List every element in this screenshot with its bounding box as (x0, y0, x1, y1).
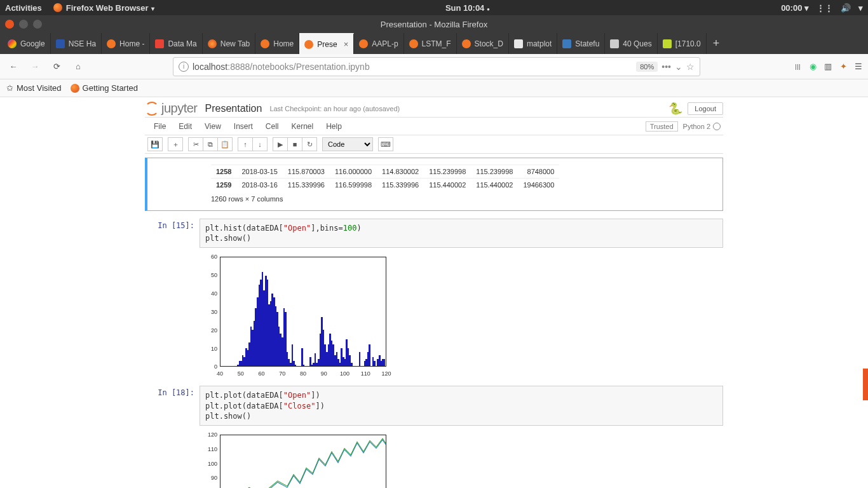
notebook-title[interactable]: Presentation (205, 103, 262, 114)
axis-tick-label: 110 (205, 446, 217, 452)
browser-tab[interactable]: AAPL-p (354, 33, 403, 54)
code-input[interactable]: plt.hist(dataEDA["Open"],bins=100) plt.s… (200, 219, 723, 248)
run-button[interactable]: ▶ (273, 137, 288, 151)
axis-tick-label: 0 (205, 363, 217, 370)
axis-tick-label: 20 (205, 327, 217, 334)
star-icon: ✩ (6, 83, 13, 93)
menu-view[interactable]: View (198, 122, 227, 131)
code-cell-15[interactable]: In [15]: plt.hist(dataEDA["Open"],bins=1… (145, 216, 723, 382)
tab-favicon-icon (56, 39, 65, 48)
table-cell: 116.599998 (330, 179, 377, 192)
tab-favicon-icon (261, 39, 269, 48)
tab-favicon-icon (562, 39, 571, 48)
tab-favicon-icon (409, 39, 418, 48)
home-button[interactable]: ⌂ (69, 57, 88, 76)
browser-tab[interactable]: Google (3, 33, 51, 54)
copy-button[interactable]: ⧉ (203, 137, 218, 151)
browser-tab[interactable]: Home (255, 33, 299, 54)
menu-help[interactable]: Help (320, 122, 348, 131)
volume-icon[interactable]: 🔊 (841, 3, 851, 13)
browser-tab[interactable]: 40 Ques (605, 33, 657, 54)
axis-tick-label: 60 (258, 370, 264, 377)
back-button[interactable]: ← (4, 57, 23, 76)
browser-tab[interactable]: Stock_D (457, 33, 509, 54)
window-minimize-button[interactable] (19, 20, 28, 29)
histogram-bar (303, 365, 305, 367)
browser-tab[interactable]: Prese× (299, 33, 354, 54)
restart-button[interactable]: ↻ (302, 137, 317, 151)
browser-tab[interactable]: Data Ma (150, 33, 202, 54)
code-cell-18[interactable]: In [18]: plt.plot(dataEDA["Open"]) plt.p… (145, 383, 723, 488)
getting-started-bookmark[interactable]: Getting Started (71, 83, 138, 93)
window-maximize-button[interactable] (33, 20, 42, 29)
power-icon[interactable]: ▾ (858, 3, 863, 13)
axis-tick-label: 50 (238, 370, 244, 377)
code-input[interactable]: plt.plot(dataEDA["Open"]) plt.plot(dataE… (200, 386, 723, 426)
autosave-status: Last Checkpoint: an hour ago (autosaved) (269, 105, 400, 112)
wifi-icon[interactable]: ⋮⋮ (817, 3, 833, 13)
address-bar[interactable]: i localhost:8888/notebooks/Presentation.… (173, 57, 700, 76)
menu-file[interactable]: File (147, 122, 172, 131)
most-visited-bookmark[interactable]: ✩ Most Visited (6, 83, 62, 93)
logout-button[interactable]: Logout (688, 102, 723, 115)
system-clock[interactable]: Sun 10:04 ● (154, 3, 782, 13)
browser-tab[interactable]: Statefu (557, 33, 605, 54)
hamburger-menu-icon[interactable]: ☰ (853, 61, 864, 72)
axis-tick-label: 90 (321, 370, 327, 377)
cut-button[interactable]: ✂ (188, 137, 203, 151)
browser-tab[interactable]: Home - (102, 33, 150, 54)
python-icon: 🐍 (668, 102, 682, 116)
new-tab-button[interactable]: + (707, 33, 726, 54)
scrollbar-indicator[interactable] (863, 369, 868, 400)
library-icon[interactable]: ⫼ (792, 61, 803, 72)
menu-cell[interactable]: Cell (259, 122, 285, 131)
current-app-menu[interactable]: Firefox Web Browser (53, 3, 154, 13)
browser-tab[interactable]: [1710.0 (658, 33, 707, 54)
window-close-button[interactable] (5, 20, 14, 29)
menu-kernel[interactable]: Kernel (285, 122, 320, 131)
tab-favicon-icon (663, 39, 672, 48)
save-button[interactable]: 💾 (147, 137, 163, 151)
timer[interactable]: 00:00 ▾ (781, 3, 809, 13)
extension-icon[interactable]: ◉ (807, 61, 818, 72)
tab-label: Home - (119, 39, 144, 48)
browser-tab[interactable]: matplot (509, 33, 557, 54)
move-up-button[interactable]: ↑ (238, 137, 253, 151)
axis-tick-label: 60 (205, 254, 217, 260)
reload-button[interactable]: ⟳ (47, 57, 66, 76)
jupyter-logo[interactable]: jupyter (145, 101, 198, 116)
insert-cell-button[interactable]: ＋ (168, 137, 183, 151)
paste-button[interactable]: 📋 (217, 137, 233, 151)
pocket-icon[interactable]: ⌄ (675, 62, 682, 72)
sidebar-icon[interactable]: ▥ (822, 61, 834, 72)
browser-tab[interactable]: New Tab (203, 33, 255, 54)
axis-tick-label: 30 (205, 309, 217, 315)
browser-tab[interactable]: LSTM_F (404, 33, 457, 54)
browser-tab-strip: GoogleNSE HaHome -Data MaNew TabHomePres… (0, 33, 868, 54)
site-info-icon[interactable]: i (179, 62, 189, 72)
jupyter-header: jupyter Presentation Last Checkpoint: an… (145, 97, 723, 117)
command-palette-button[interactable]: ⌨ (378, 137, 393, 151)
page-action-dots-icon[interactable]: ••• (661, 62, 671, 72)
menu-insert[interactable]: Insert (227, 122, 259, 131)
activities-button[interactable]: Activities (5, 3, 42, 13)
axis-tick-label: 120 (205, 431, 217, 438)
kernel-indicator[interactable]: Python 2 (683, 123, 721, 130)
table-cell: 115.339996 (283, 179, 330, 192)
move-down-button[interactable]: ↓ (252, 137, 268, 151)
axis-tick-label: 100 (205, 461, 217, 467)
jupyter-toolbar: 💾 ＋ ✂ ⧉ 📋 ↑ ↓ ▶ ■ ↻ Code ⌨ (145, 135, 723, 154)
browser-tab[interactable]: NSE Ha (51, 33, 102, 54)
firefox-icon (53, 3, 62, 12)
extension2-icon[interactable]: ✦ (837, 61, 849, 72)
stop-button[interactable]: ■ (287, 137, 302, 151)
cell-type-select[interactable]: Code (322, 137, 373, 151)
zoom-badge[interactable]: 80% (636, 62, 658, 72)
trusted-badge[interactable]: Trusted (646, 121, 678, 132)
tab-close-icon[interactable]: × (344, 39, 349, 49)
table-cell: 115.239998 (424, 165, 471, 179)
menu-edit[interactable]: Edit (172, 122, 198, 131)
bookmark-star-icon[interactable]: ☆ (686, 62, 695, 72)
histogram-chart: 0102030405060 405060708090100110120 (205, 253, 389, 377)
bookmarks-toolbar: ✩ Most Visited Getting Started (0, 79, 868, 97)
